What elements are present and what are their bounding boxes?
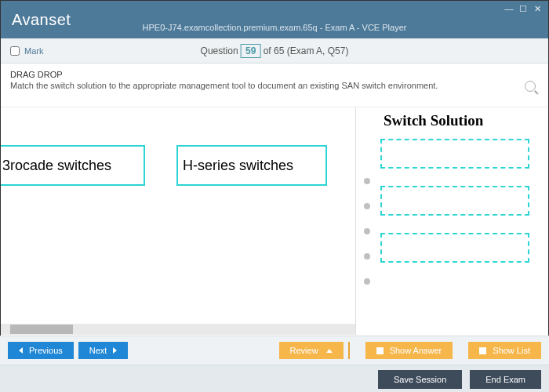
- connector-dots: [364, 178, 370, 285]
- dot-icon: [364, 228, 370, 234]
- square-icon: [376, 347, 384, 354]
- close-icon[interactable]: ✕: [531, 4, 544, 14]
- show-list-button[interactable]: Show List: [468, 342, 541, 359]
- window-controls: — ☐ ✕: [503, 4, 544, 14]
- button-label: Previous: [29, 346, 63, 355]
- previous-button[interactable]: Previous: [8, 342, 74, 359]
- drop-zone[interactable]: [380, 139, 529, 169]
- footer-row-1: Previous Next Review Show Answer Show Li…: [0, 336, 549, 365]
- separator: [348, 342, 350, 359]
- title-bar: Avanset HPE0-J74.examcollection.premium.…: [1, 1, 548, 38]
- switch-solution-heading: Switch Solution: [384, 112, 483, 129]
- mark-label: Mark: [24, 46, 43, 56]
- minimize-icon[interactable]: —: [503, 4, 515, 14]
- dot-icon: [364, 278, 370, 285]
- horizontal-scrollbar[interactable]: [1, 324, 355, 335]
- app-logo: Avanset: [12, 11, 71, 29]
- question-total: of 65 (Exam A, Q57): [264, 45, 349, 56]
- instruction-title: DRAG DROP: [10, 70, 539, 79]
- square-icon: [479, 347, 486, 354]
- button-label: Show Answer: [390, 346, 442, 355]
- scrollbar-thumb[interactable]: [10, 325, 73, 334]
- footer: Previous Next Review Show Answer Show Li…: [0, 336, 549, 392]
- dot-icon: [364, 178, 370, 184]
- drag-item-brocade[interactable]: 3rocade switches: [1, 145, 145, 186]
- drop-zone[interactable]: [380, 186, 529, 216]
- footer-row-2: Save Session End Exam: [0, 365, 549, 392]
- drag-item-hseries[interactable]: H-series switches: [176, 145, 327, 186]
- question-number-box: 59: [241, 44, 260, 58]
- dot-icon: [364, 253, 370, 260]
- drop-zone[interactable]: [380, 233, 529, 263]
- dot-icon: [364, 203, 370, 209]
- show-answer-button[interactable]: Show Answer: [365, 342, 453, 359]
- button-label: Show List: [493, 346, 530, 355]
- question-counter: Question 59 of 65 (Exam A, Q57): [201, 44, 349, 58]
- question-bar: Mark Question 59 of 65 (Exam A, Q57): [1, 38, 548, 64]
- button-label: Review: [290, 346, 318, 355]
- vertical-divider: [355, 107, 356, 335]
- question-word: Question: [201, 45, 238, 56]
- drag-item-label: 3rocade switches: [2, 158, 111, 174]
- review-button[interactable]: Review: [279, 342, 344, 359]
- button-label: Next: [89, 346, 107, 355]
- next-button[interactable]: Next: [78, 342, 129, 359]
- magnifier-icon[interactable]: [525, 81, 536, 92]
- button-label: End Exam: [485, 375, 525, 384]
- maximize-icon[interactable]: ☐: [517, 4, 529, 14]
- drag-item-label: H-series switches: [183, 158, 293, 174]
- save-session-button[interactable]: Save Session: [378, 370, 462, 389]
- instruction-body: Match the switch solution to the appropr…: [10, 81, 539, 90]
- window-title: HPE0-J74.examcollection.premium.exam.65q…: [143, 23, 407, 32]
- end-exam-button[interactable]: End Exam: [470, 370, 541, 389]
- instruction-area: DRAG DROP Match the switch solution to t…: [1, 64, 548, 107]
- content-area: Switch Solution 3rocade switches H-serie…: [1, 107, 548, 335]
- mark-checkbox[interactable]: [10, 46, 20, 56]
- button-label: Save Session: [394, 375, 446, 384]
- mark-checkbox-wrap[interactable]: Mark: [10, 46, 43, 56]
